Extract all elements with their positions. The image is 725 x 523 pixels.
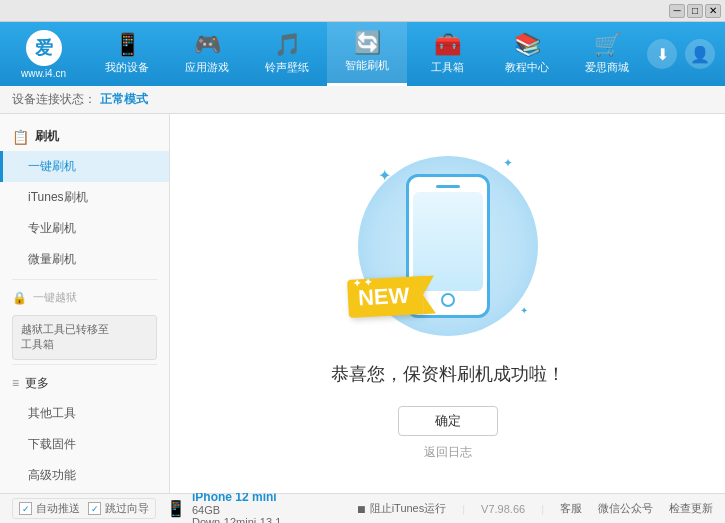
shop-icon: 🛒: [594, 34, 621, 56]
skip-wizard-label: 跳过向导: [105, 501, 149, 516]
advanced-label: 高级功能: [28, 468, 76, 482]
sidebar-more-header[interactable]: ≡ 更多: [0, 369, 169, 398]
new-badge: ✦ ✦ NEW: [347, 276, 424, 318]
nav-items: 📱 我的设备 🎮 应用游戏 🎵 铃声壁纸 🔄 智能刷机 🧰 工具箱 📚 教程中心…: [87, 22, 647, 86]
sidebar-item-download-firmware[interactable]: 下载固件: [0, 429, 169, 460]
status-bar: 设备连接状态： 正常模式: [0, 86, 725, 114]
status-label: 设备连接状态：: [12, 91, 96, 108]
stop-itunes-label: 阻止iTunes运行: [370, 501, 447, 516]
tutorial-icon: 📚: [514, 34, 541, 56]
close-button[interactable]: ✕: [705, 4, 721, 18]
device-firmware: Down-12mini-13,1: [192, 516, 281, 524]
more-section-icon: ≡: [12, 376, 19, 390]
sparkle-1-icon: ✦: [378, 166, 391, 185]
confirm-button[interactable]: 确定: [398, 406, 498, 436]
nav-shop-label: 爱思商城: [585, 60, 629, 75]
status-value: 正常模式: [100, 91, 148, 108]
flash-section-icon: 📋: [12, 129, 29, 145]
wechat-link[interactable]: 微信公众号: [598, 501, 653, 516]
sidebar-jailbreak-section: 🔒 一键越狱 越狱工具已转移至工具箱: [0, 284, 169, 360]
ringtone-icon: 🎵: [274, 34, 301, 56]
minimize-button[interactable]: ─: [669, 4, 685, 18]
logo-area: 爱 www.i4.cn: [10, 30, 77, 79]
nav-apps-games[interactable]: 🎮 应用游戏: [167, 22, 247, 86]
skip-wizard-checkbox[interactable]: ✓ 跳过向导: [88, 501, 149, 516]
sparkle-2-icon: ✦: [503, 156, 513, 170]
device-storage: 64GB: [192, 504, 281, 516]
logo-subtext: www.i4.cn: [21, 68, 66, 79]
toolbox-icon: 🧰: [434, 34, 461, 56]
nav-apps-games-label: 应用游戏: [185, 60, 229, 75]
divider-1: [12, 279, 157, 280]
itunes-flash-label: iTunes刷机: [28, 190, 88, 204]
sidebar-jailbreak-notice: 越狱工具已转移至工具箱: [12, 315, 157, 360]
sep-1: |: [462, 503, 465, 515]
auto-push-label: 自动推送: [36, 501, 80, 516]
sparkle-3-icon: ✦: [520, 305, 528, 316]
stop-itunes-button[interactable]: ⏹ 阻止iTunes运行: [356, 501, 447, 516]
bottom-bar: ✓ 自动推送 ✓ 跳过向导 📱 iPhone 12 mini 64GB Down…: [0, 493, 725, 523]
nav-smart-flash-label: 智能刷机: [345, 58, 389, 73]
sidebar-more-title: 更多: [25, 375, 49, 392]
smart-flash-icon: 🔄: [354, 32, 381, 54]
apps-games-icon: 🎮: [194, 34, 221, 56]
nav-shop[interactable]: 🛒 爱思商城: [567, 22, 647, 86]
sidebar-item-other-tools[interactable]: 其他工具: [0, 398, 169, 429]
nav-tutorial[interactable]: 📚 教程中心: [487, 22, 567, 86]
sidebar: 📋 刷机 一键刷机 iTunes刷机 专业刷机 微量刷机 🔒 一键越狱: [0, 114, 170, 493]
version-text: V7.98.66: [481, 503, 525, 515]
sidebar-item-advanced[interactable]: 高级功能: [0, 460, 169, 491]
sidebar-jailbreak-header: 🔒 一键越狱: [0, 284, 169, 311]
other-tools-label: 其他工具: [28, 406, 76, 420]
nav-smart-flash[interactable]: 🔄 智能刷机: [327, 22, 407, 86]
sidebar-flash-header[interactable]: 📋 刷机: [0, 122, 169, 151]
nav-toolbox-label: 工具箱: [431, 60, 464, 75]
user-button[interactable]: 👤: [685, 39, 715, 69]
one-click-flash-label: 一键刷机: [28, 159, 76, 173]
customer-service-link[interactable]: 客服: [560, 501, 582, 516]
check-update-link[interactable]: 检查更新: [669, 501, 713, 516]
device-phone-icon: 📱: [166, 499, 186, 518]
sidebar-item-micro-flash[interactable]: 微量刷机: [0, 244, 169, 275]
auto-push-checkbox-box[interactable]: ✓: [19, 502, 32, 515]
new-badge-stars: ✦ ✦: [352, 277, 371, 289]
sidebar-item-pro-flash[interactable]: 专业刷机: [0, 213, 169, 244]
sidebar-more-section: ≡ 更多 其他工具 下载固件 高级功能: [0, 369, 169, 491]
nav-toolbox[interactable]: 🧰 工具箱: [407, 22, 487, 86]
title-bar: ─ □ ✕: [0, 0, 725, 22]
content-area: ✦ ✦ ✦ ✦ ✦ NEW 恭喜您，保资料刷机成功啦！ 确定 返回日志: [170, 114, 725, 493]
sidebar-flash-section: 📋 刷机 一键刷机 iTunes刷机 专业刷机 微量刷机: [0, 122, 169, 275]
download-firmware-label: 下载固件: [28, 437, 76, 451]
download-button[interactable]: ⬇: [647, 39, 677, 69]
nav-my-device[interactable]: 📱 我的设备: [87, 22, 167, 86]
phone-illustration: ✦ ✦ ✦ ✦ ✦ NEW: [348, 146, 548, 346]
nav-right-buttons: ⬇ 👤: [647, 39, 715, 69]
my-device-icon: 📱: [114, 34, 141, 56]
bottom-right: ⏹ 阻止iTunes运行 | V7.98.66 | 客服 微信公众号 检查更新: [356, 501, 713, 516]
nav-my-device-label: 我的设备: [105, 60, 149, 75]
micro-flash-label: 微量刷机: [28, 252, 76, 266]
divider-2: [12, 364, 157, 365]
sidebar-item-one-click-flash[interactable]: 一键刷机: [0, 151, 169, 182]
lock-icon: 🔒: [12, 291, 27, 305]
success-title: 恭喜您，保资料刷机成功啦！: [331, 362, 565, 386]
sep-2: |: [541, 503, 544, 515]
top-nav: 爱 www.i4.cn 📱 我的设备 🎮 应用游戏 🎵 铃声壁纸 🔄 智能刷机 …: [0, 22, 725, 86]
sidebar-item-itunes-flash[interactable]: iTunes刷机: [0, 182, 169, 213]
pro-flash-label: 专业刷机: [28, 221, 76, 235]
stop-itunes-icon: ⏹: [356, 503, 367, 515]
auto-push-checkbox[interactable]: ✓ 自动推送: [19, 501, 80, 516]
nav-ringtone[interactable]: 🎵 铃声壁纸: [247, 22, 327, 86]
maximize-button[interactable]: □: [687, 4, 703, 18]
sidebar-flash-title: 刷机: [35, 128, 59, 145]
phone-home-button: [441, 293, 455, 307]
main-layout: 📋 刷机 一键刷机 iTunes刷机 专业刷机 微量刷机 🔒 一键越狱: [0, 114, 725, 493]
skip-wizard-checkbox-box[interactable]: ✓: [88, 502, 101, 515]
phone-speaker: [436, 185, 460, 188]
nav-ringtone-label: 铃声壁纸: [265, 60, 309, 75]
nav-tutorial-label: 教程中心: [505, 60, 549, 75]
logo-icon: 爱: [26, 30, 62, 66]
back-link[interactable]: 返回日志: [424, 444, 472, 461]
jailbreak-label: 一键越狱: [33, 290, 77, 305]
